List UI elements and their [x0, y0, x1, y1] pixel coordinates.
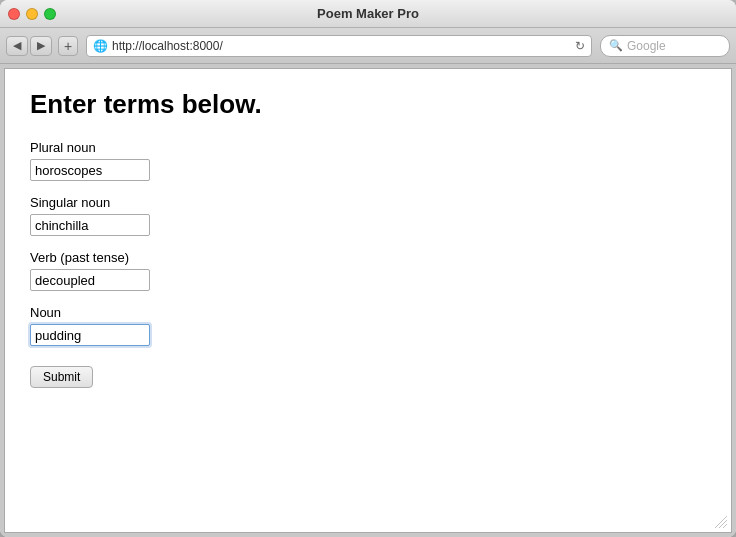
forward-button[interactable]: ▶ — [30, 36, 52, 56]
titlebar: Poem Maker Pro — [0, 0, 736, 28]
plus-icon: + — [64, 38, 72, 54]
browser-window: Poem Maker Pro ◀ ▶ + 🌐 http://localhost:… — [0, 0, 736, 537]
search-icon: 🔍 — [609, 39, 623, 52]
svg-line-1 — [719, 520, 727, 528]
form-input-2[interactable] — [30, 269, 150, 291]
maximize-button[interactable] — [44, 8, 56, 20]
search-bar[interactable]: 🔍 Google — [600, 35, 730, 57]
window-title: Poem Maker Pro — [317, 6, 419, 21]
address-bar[interactable]: 🌐 http://localhost:8000/ ↻ — [86, 35, 592, 57]
refresh-button[interactable]: ↻ — [575, 39, 585, 53]
form-input-3[interactable] — [30, 324, 150, 346]
form-input-1[interactable] — [30, 214, 150, 236]
svg-line-2 — [723, 524, 727, 528]
address-text: http://localhost:8000/ — [112, 39, 571, 53]
terms-form: Plural nounSingular nounVerb (past tense… — [30, 140, 706, 388]
forward-icon: ▶ — [37, 39, 45, 52]
form-label-2: Verb (past tense) — [30, 250, 706, 265]
form-label-0: Plural noun — [30, 140, 706, 155]
submit-button[interactable]: Submit — [30, 366, 93, 388]
form-group-0: Plural noun — [30, 140, 706, 181]
form-group-1: Singular noun — [30, 195, 706, 236]
traffic-lights — [8, 8, 56, 20]
form-group-2: Verb (past tense) — [30, 250, 706, 291]
nav-buttons: ◀ ▶ — [6, 36, 52, 56]
back-icon: ◀ — [13, 39, 21, 52]
add-tab-button[interactable]: + — [58, 36, 78, 56]
close-button[interactable] — [8, 8, 20, 20]
form-group-3: Noun — [30, 305, 706, 346]
page-heading: Enter terms below. — [30, 89, 706, 120]
form-input-0[interactable] — [30, 159, 150, 181]
back-button[interactable]: ◀ — [6, 36, 28, 56]
content-wrapper: Enter terms below. Plural nounSingular n… — [0, 64, 736, 537]
form-label-3: Noun — [30, 305, 706, 320]
minimize-button[interactable] — [26, 8, 38, 20]
resize-handle[interactable] — [715, 516, 727, 528]
toolbar: ◀ ▶ + 🌐 http://localhost:8000/ ↻ 🔍 Googl… — [0, 28, 736, 64]
globe-icon: 🌐 — [93, 39, 108, 53]
form-label-1: Singular noun — [30, 195, 706, 210]
search-placeholder: Google — [627, 39, 666, 53]
content-area: Enter terms below. Plural nounSingular n… — [4, 68, 732, 533]
